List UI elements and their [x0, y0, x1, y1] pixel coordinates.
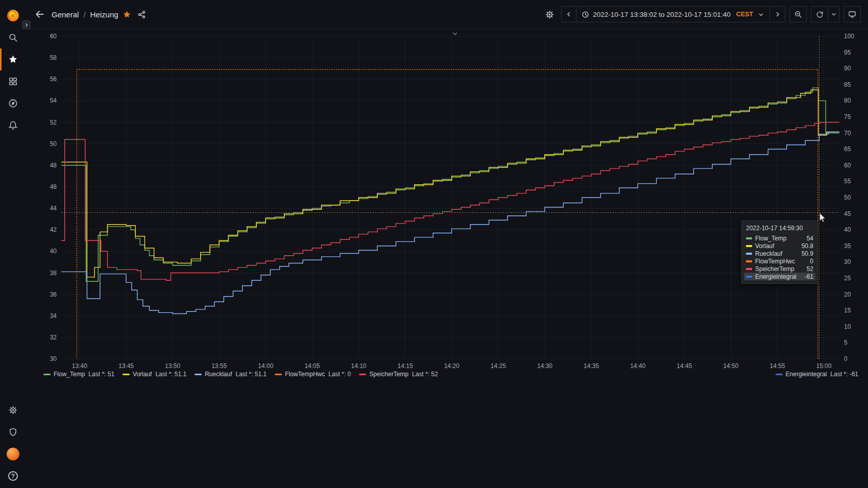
sidebar-item-search[interactable] — [0, 27, 26, 48]
chevron-right-icon — [774, 11, 781, 18]
svg-text:30: 30 — [844, 258, 851, 265]
sidebar-expand-button[interactable] — [22, 20, 31, 29]
chart-legend: Flow_TempLast *: 51VorlaufLast *: 51.1Ru… — [43, 371, 858, 378]
tooltip-row-Flow_Temp: Flow_Temp54 — [744, 234, 815, 242]
svg-text:45: 45 — [844, 210, 851, 217]
zoom-out-button[interactable] — [789, 6, 807, 22]
legend-swatch-icon — [123, 374, 130, 375]
breadcrumb-separator: / — [83, 10, 85, 19]
svg-text:10: 10 — [844, 323, 851, 330]
series-line-Ruecklauf — [61, 132, 839, 314]
legend-series-stat: Last *: -61 — [830, 371, 858, 378]
time-shift-forward-button[interactable] — [770, 6, 785, 22]
svg-text:100: 100 — [844, 33, 854, 40]
svg-text:65: 65 — [844, 145, 851, 153]
svg-text:25: 25 — [844, 275, 851, 282]
time-range-text: 2022-10-17 13:38:02 to 2022-10-17 15:01:… — [593, 11, 730, 18]
kiosk-mode-button[interactable] — [843, 6, 861, 22]
time-range-group: 2022-10-17 13:38:02 to 2022-10-17 15:01:… — [561, 6, 785, 22]
chart-axes: 3032343638404244464850525456586005101520… — [50, 33, 855, 370]
svg-text:75: 75 — [844, 113, 851, 120]
series-line-Vorlauf — [61, 90, 839, 277]
chart-series — [61, 69, 839, 386]
apps-grid-icon — [8, 77, 18, 86]
share-button[interactable] — [137, 10, 146, 19]
tooltip-series-value: 54 — [807, 235, 813, 242]
favorite-star-button[interactable] — [123, 10, 131, 19]
tooltip-series-value: -61 — [805, 273, 813, 280]
breadcrumb-folder[interactable]: General — [52, 10, 79, 19]
panel-menu-caret[interactable] — [451, 30, 459, 37]
svg-text:56: 56 — [50, 76, 57, 83]
tooltip-series-name: FlowTempHwc — [755, 258, 805, 265]
svg-text:46: 46 — [50, 183, 57, 190]
gear-icon — [8, 405, 18, 415]
svg-text:42: 42 — [50, 226, 57, 233]
chevron-left-icon — [565, 11, 572, 18]
legend-swatch-icon — [275, 374, 282, 375]
svg-text:40: 40 — [844, 226, 851, 233]
legend-series-stat: Last *: 52 — [412, 371, 438, 378]
sidebar-item-explore[interactable] — [0, 92, 26, 114]
tooltip-swatch-icon — [746, 237, 752, 239]
svg-text:35: 35 — [844, 242, 851, 250]
tooltip-row-Vorlauf: Vorlauf50.8 — [744, 242, 815, 250]
clock-icon — [582, 11, 589, 18]
legend-swatch-icon — [359, 374, 366, 375]
tooltip-row-Energieintegral: Energieintegral-61 — [744, 273, 815, 280]
svg-text:20: 20 — [844, 291, 851, 298]
tooltip-rows: Flow_Temp54Vorlauf50.8Ruecklauf50.9FlowT… — [746, 234, 813, 280]
refresh-icon — [816, 11, 824, 18]
tooltip-swatch-icon — [746, 245, 752, 247]
refresh-interval-dropdown[interactable] — [828, 6, 839, 22]
arrow-left-icon — [35, 9, 45, 19]
svg-text:30: 30 — [50, 355, 57, 362]
svg-text:34: 34 — [50, 312, 57, 320]
svg-text:58: 58 — [50, 54, 57, 61]
legend-item-Ruecklauf[interactable]: RuecklaufLast *: 51.1 — [195, 371, 267, 378]
header-toolbar: 2022-10-17 13:38:02 to 2022-10-17 15:01:… — [542, 6, 861, 22]
tooltip-series-value: 50.8 — [802, 242, 813, 250]
star-filled-icon — [123, 10, 131, 19]
svg-text:14:50: 14:50 — [723, 362, 738, 370]
time-series-chart[interactable]: 3032343638404244464850525456586005101520… — [26, 29, 868, 386]
legend-item-Vorlauf[interactable]: VorlaufLast *: 51.1 — [123, 371, 186, 378]
sidebar-item-dashboards[interactable] — [0, 70, 26, 92]
series-line-SpeicherTemp — [61, 123, 839, 281]
breadcrumb: General / Heizung — [52, 10, 146, 19]
back-button[interactable] — [32, 7, 47, 22]
svg-text:14:20: 14:20 — [444, 362, 460, 370]
sidebar-item-profile[interactable] — [0, 443, 26, 465]
sidebar-item-starred[interactable] — [0, 48, 26, 70]
sidebar-item-help[interactable]: ? — [0, 465, 26, 487]
legend-item-Energieintegral[interactable]: EnergieintegralLast *: -61 — [776, 371, 858, 378]
tooltip-series-name: Energieintegral — [755, 273, 800, 280]
legend-item-FlowTempHwc[interactable]: FlowTempHwcLast *: 0 — [275, 371, 351, 378]
time-shift-back-button[interactable] — [561, 6, 576, 22]
svg-text:40: 40 — [50, 248, 57, 255]
svg-text:48: 48 — [50, 162, 57, 169]
svg-text:50: 50 — [50, 140, 57, 148]
crosshair — [61, 36, 839, 359]
tooltip-row-Ruecklauf: Ruecklauf50.9 — [744, 250, 815, 257]
svg-text:60: 60 — [844, 162, 851, 169]
breadcrumb-title[interactable]: Heizung — [90, 10, 118, 19]
refresh-button[interactable] — [811, 6, 828, 22]
svg-text:14:00: 14:00 — [258, 362, 273, 370]
sidebar-item-alerting[interactable] — [0, 114, 26, 136]
compass-icon — [8, 99, 18, 108]
svg-text:95: 95 — [844, 49, 851, 56]
svg-text:36: 36 — [50, 291, 57, 298]
sidebar-item-server-admin[interactable] — [0, 421, 26, 443]
tooltip-swatch-icon — [746, 260, 752, 262]
dashboard-settings-button[interactable] — [542, 7, 557, 22]
time-range-picker-button[interactable]: 2022-10-17 13:38:02 to 2022-10-17 15:01:… — [576, 6, 770, 22]
legend-item-SpeicherTemp[interactable]: SpeicherTempLast *: 52 — [359, 371, 438, 378]
legend-swatch-icon — [776, 374, 783, 375]
legend-item-Flow_Temp[interactable]: Flow_TempLast *: 51 — [43, 371, 114, 378]
grafana-logo-icon — [6, 9, 20, 22]
sidebar-item-configuration[interactable] — [0, 399, 26, 421]
sidebar-bottom-group: ? — [0, 399, 26, 487]
tooltip-timestamp: 2022-10-17 14:59:30 — [746, 225, 813, 232]
series-line-Flow_Temp — [61, 88, 839, 281]
